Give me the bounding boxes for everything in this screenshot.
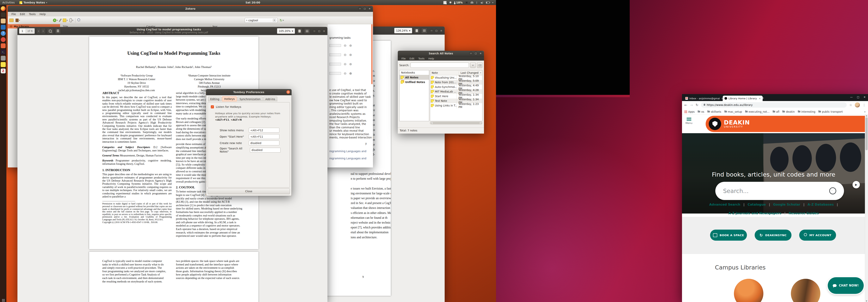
bookmark-item[interactable]: public transport — [818, 110, 843, 113]
dock-files[interactable] — [1, 19, 6, 24]
battery-icon[interactable] — [486, 2, 490, 4]
dock-rhythmbox[interactable] — [1, 37, 6, 42]
shutter-indicator-icon[interactable]: ✖ — [465, 1, 468, 4]
link-google-scholar[interactable]: Google Scholar — [773, 203, 800, 206]
link-advanced-search[interactable]: Advanced Search — [709, 203, 740, 206]
notebook-unfiled[interactable]: Unfiled Notes — [400, 80, 429, 85]
chat-now-button[interactable]: CHAT NOW! — [828, 277, 864, 294]
my-account-button[interactable]: MY ACCOUNT — [799, 230, 836, 241]
tomboy-indicator-icon[interactable] — [443, 1, 446, 4]
tab-synchronization[interactable]: Synchronization — [237, 97, 262, 101]
column-note[interactable]: Note — [430, 71, 459, 74]
panel-scrollbar[interactable] — [371, 24, 373, 84]
open-start-here-input[interactable]: <Alt>F11 — [249, 134, 279, 139]
menu-tools[interactable]: Tools — [416, 57, 426, 60]
evince-minimize-button[interactable]: − — [312, 29, 316, 33]
tab-library-active[interactable]: Library Home | Library × — [723, 96, 763, 101]
link-az-databases[interactable]: A-Z Databases — [808, 203, 834, 206]
sidebar-toggle-button[interactable] — [55, 28, 61, 34]
show-notes-menu-input[interactable]: <Alt>F12 — [249, 128, 279, 133]
carousel-next-button[interactable]: ▶ — [852, 181, 860, 188]
column-last-changed[interactable]: Last Changed — [459, 71, 480, 74]
menu-button[interactable] — [304, 28, 310, 34]
zotero-titlebar[interactable]: Zotero − □ × — [8, 6, 373, 12]
rating-row[interactable]: ⊖⊕ — [329, 62, 352, 66]
listen-for-hotkeys-row[interactable]: ✓ Listen for Hotkeys — [211, 105, 241, 108]
close-button[interactable]: Close — [208, 188, 290, 194]
browser-menu-icon[interactable]: ⋮ — [863, 103, 866, 107]
forward-icon[interactable]: → — [690, 103, 693, 107]
attachment-button[interactable]: ▾ — [69, 18, 73, 22]
bookmark-item[interactable]: interesting — [798, 110, 815, 113]
notes-close-button[interactable]: × — [479, 52, 483, 55]
bookmark-item[interactable]: os — [698, 110, 704, 113]
note-row[interactable]: Using Links in T...Yesterday, 1:23 PM — [430, 103, 482, 108]
evince2-menu-button[interactable] — [421, 28, 427, 33]
reload-icon[interactable]: ↻ — [695, 103, 698, 107]
zotero-search-input[interactable]: ▾ cogtool ⊠ — [245, 18, 278, 23]
back-icon[interactable]: ← — [684, 103, 687, 107]
evince2-close-button[interactable]: × — [439, 29, 443, 33]
book-a-space-button[interactable]: BOOK A SPACE — [710, 230, 747, 241]
tab-close-icon[interactable]: × — [759, 97, 761, 100]
menu-edit[interactable]: Edit — [408, 57, 416, 60]
link-resource-guides[interactable]: Resource Guides — [788, 211, 818, 215]
url-bar[interactable]: https://www.deakin.edu.au/library — [701, 102, 846, 108]
dock-terminal[interactable]: >_ — [1, 49, 6, 55]
resize-grip[interactable]: ⋰ — [481, 131, 483, 133]
annotation-button[interactable] — [297, 28, 303, 34]
notes-minimize-button[interactable]: − — [469, 52, 473, 55]
menu-edit[interactable]: Edit — [18, 12, 27, 16]
temperature-indicator[interactable]: 18% — [454, 1, 463, 4]
campus-photo-2[interactable] — [791, 279, 820, 302]
menu-help[interactable]: Help — [427, 57, 436, 60]
evince-maximize-button[interactable]: □ — [317, 29, 321, 33]
search-icon[interactable] — [829, 188, 836, 194]
bookmark-item[interactable]: afl — [773, 110, 779, 113]
evince2-maximize-button[interactable]: □ — [435, 29, 438, 33]
clear-search-button[interactable]: ⌫ — [477, 62, 483, 68]
evince2-zoom-dropdown[interactable]: 126.24%▾ — [394, 28, 412, 33]
dock-tomboy[interactable] — [1, 62, 6, 67]
dock-firefox[interactable] — [1, 6, 6, 11]
bookmarks-overflow[interactable]: » — [864, 110, 866, 113]
new-item-button[interactable]: +▾ — [53, 19, 58, 22]
find-button[interactable] — [47, 28, 54, 34]
bookmark-item[interactable]: skillsets — [707, 110, 721, 113]
dock-libreoffice[interactable] — [1, 25, 6, 30]
search-scope-chevron-icon[interactable]: ▾ — [246, 19, 247, 21]
menu-file[interactable]: File — [400, 57, 407, 60]
dock-settings[interactable] — [1, 56, 6, 61]
menu-tools[interactable]: Tools — [27, 12, 38, 16]
window-maximize-button[interactable]: □ — [857, 96, 859, 99]
volume-icon[interactable]: ◀) — [480, 1, 483, 4]
wifi-icon[interactable] — [471, 2, 473, 3]
bluetooth-icon[interactable]: ᛒ — [476, 1, 477, 4]
deakinsync-button[interactable]: ↻ DEAKINSYNC — [755, 230, 792, 241]
evince2-annotation-button[interactable] — [414, 28, 420, 33]
new-note-button[interactable]: ▾ — [63, 19, 68, 22]
rating-row[interactable]: ⊖⊕ — [329, 53, 352, 57]
tab-editing[interactable]: Editing — [208, 97, 221, 101]
chevron-down-icon[interactable]: ▾ — [492, 2, 493, 4]
menu-file[interactable]: File — [10, 12, 18, 16]
zoom-dropdown[interactable]: 105.20%▾ — [277, 28, 295, 34]
rating-row[interactable]: ⊖⊕ — [329, 43, 352, 47]
zotero-close-button[interactable]: × — [368, 7, 371, 10]
notebooks-header[interactable]: Notebooks — [400, 70, 429, 75]
url-text[interactable]: https://www.deakin.edu.au/library — [707, 103, 752, 106]
window-close-button[interactable]: ✕ — [864, 96, 866, 99]
prefs-titlebar[interactable]: Tomboy Preferences × — [206, 89, 291, 95]
add-by-identifier-icon[interactable] — [59, 19, 62, 22]
prefs-close-button[interactable]: × — [286, 90, 290, 94]
tab-hotkeys[interactable]: Hotkeys — [222, 96, 237, 101]
checkbox-checked-icon[interactable]: ✓ — [211, 105, 214, 108]
create-new-note-input[interactable]: disabled — [249, 140, 279, 145]
profile-avatar[interactable] — [855, 102, 860, 107]
horizontal-scrollbar[interactable]: ◂ ▸ — [430, 122, 483, 125]
campus-photo-1[interactable] — [734, 279, 764, 302]
history-forward-button[interactable]: › — [41, 28, 45, 34]
tomboy-appmenu[interactable]: Tomboy Notes ▾ — [17, 0, 50, 5]
zotero-maximize-button[interactable]: □ — [363, 7, 367, 10]
search-history-dropdown[interactable]: ▾ — [470, 62, 476, 68]
